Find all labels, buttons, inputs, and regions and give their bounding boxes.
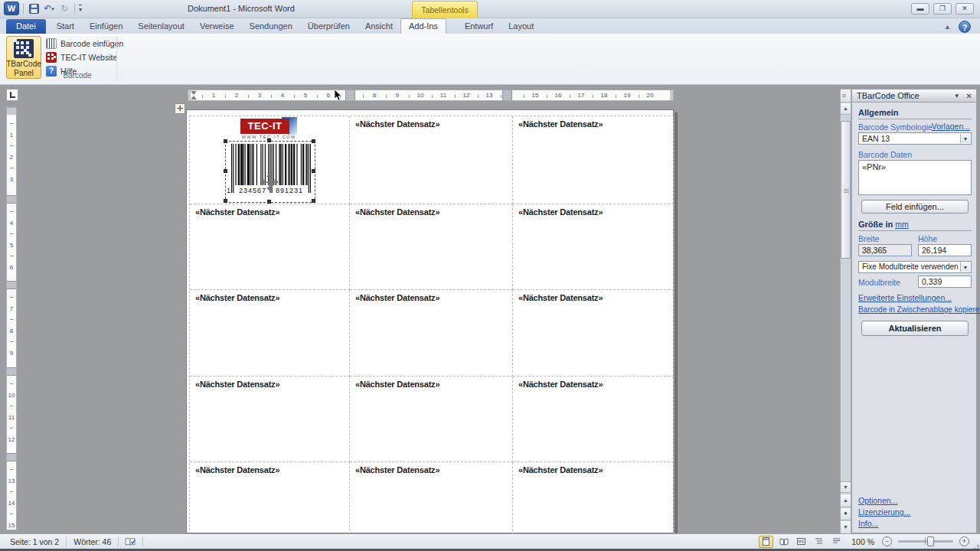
table-column-marker[interactable]	[345, 90, 355, 100]
tab-einfgen[interactable]: Einfügen	[82, 19, 130, 34]
first-line-indent-marker[interactable]	[191, 91, 197, 95]
scroll-up-arrow[interactable]: ▲	[841, 103, 851, 115]
table-cell[interactable]: «Nächster Datensatz»	[350, 116, 513, 204]
table-row-marker[interactable]	[7, 281, 16, 289]
hoehe-input[interactable]: 26,194	[918, 244, 972, 256]
tab-ansicht[interactable]: Ansicht	[358, 19, 400, 34]
selection-handle[interactable]	[312, 199, 315, 203]
table-cell[interactable]: «Nächster Datensatz»	[190, 462, 350, 535]
aktualisieren-button[interactable]: Aktualisieren	[861, 321, 969, 336]
tab-berprfen[interactable]: Überprüfen	[300, 19, 358, 34]
resize-grip[interactable]	[978, 546, 978, 546]
optionen-link[interactable]: Optionen...	[858, 496, 897, 505]
symbology-select[interactable]: EAN 13▼	[858, 132, 972, 145]
customize-qat-icon[interactable]: ▾	[79, 5, 82, 13]
table-cell[interactable]: «Nächster Datensatz»	[513, 462, 674, 535]
vorlagen-link[interactable]: Vorlagen...	[932, 122, 970, 131]
redo-icon[interactable]: ↻	[58, 2, 70, 15]
table-cell[interactable]: TEC-IT WWW.TEC-IT.COM 1 234567 891231	[190, 116, 350, 204]
table-row-marker[interactable]	[7, 195, 16, 204]
save-icon[interactable]	[28, 2, 40, 15]
table-cell[interactable]: «Nächster Datensatz»	[513, 204, 674, 290]
zoom-slider-thumb[interactable]	[927, 536, 934, 546]
modulbreite-input[interactable]: 0,339	[918, 276, 972, 288]
table-cell[interactable]: «Nächster Datensatz»	[513, 116, 674, 204]
outline-view-button[interactable]	[812, 536, 826, 548]
selection-handle[interactable]	[267, 200, 271, 204]
lizenzierung-link[interactable]: Lizenzierung...	[858, 507, 910, 517]
tbarcode-panel-button[interactable]: TBarCode Panel	[6, 36, 41, 79]
table-cell[interactable]: «Nächster Datensatz»	[190, 204, 350, 290]
info-link[interactable]: Info...	[858, 519, 878, 528]
selection-handle[interactable]	[224, 139, 227, 143]
zwischenablage-link[interactable]: Barcode in Zwischenablage kopieren	[858, 305, 980, 314]
erweiterte-einstellungen-link[interactable]: Erweiterte Einstellungen...	[858, 293, 952, 302]
table-cell[interactable]: «Nächster Datensatz»	[350, 290, 513, 377]
table-row-marker[interactable]	[7, 453, 16, 461]
table-cell[interactable]: «Nächster Datensatz»	[350, 377, 513, 462]
scrollbar-thumb[interactable]	[841, 121, 851, 259]
tab-entwurf[interactable]: Entwurf	[457, 19, 501, 34]
zoom-slider[interactable]	[898, 540, 953, 543]
tab-seitenlayout[interactable]: Seitenlayout	[130, 19, 192, 34]
tab-datei[interactable]: Datei	[6, 19, 46, 34]
pane-menu-caret-icon[interactable]: ▼	[954, 90, 960, 103]
selection-handle[interactable]	[224, 169, 227, 173]
tab-verweise[interactable]: Verweise	[192, 19, 242, 34]
draft-view-button[interactable]	[829, 536, 844, 548]
spellcheck-icon[interactable]	[119, 536, 143, 547]
table-cell[interactable]: «Nächster Datensatz»	[350, 204, 513, 290]
mm-unit-link[interactable]: mm	[895, 220, 909, 229]
tab-sendungen[interactable]: Sendungen	[242, 19, 300, 34]
zoom-out-icon[interactable]: −	[882, 536, 892, 546]
word-count[interactable]: Wörter: 46	[67, 536, 119, 547]
undo-icon[interactable]: ↶▾	[43, 2, 55, 15]
table-column-marker[interactable]	[502, 90, 512, 100]
fullscreen-reading-view-button[interactable]	[776, 536, 791, 548]
close-button[interactable]: ✕	[956, 3, 974, 15]
table-cell[interactable]: «Nächster Datensatz»	[190, 290, 350, 377]
zoom-level[interactable]: 100 %	[847, 537, 879, 546]
hanging-indent-marker[interactable]	[191, 96, 197, 99]
table-cell[interactable]: «Nächster Datensatz»	[513, 377, 674, 462]
tab-start[interactable]: Start	[49, 19, 82, 34]
tecit-website-button[interactable]: TEC-IT Website	[46, 51, 123, 64]
chevron-down-icon[interactable]: ▼	[960, 134, 970, 143]
print-layout-view-button[interactable]	[759, 536, 773, 548]
tab-stop-selector[interactable]	[6, 89, 18, 101]
barcode-data-input[interactable]: «PNr»	[858, 160, 972, 195]
vertical-scrollbar[interactable]: ▲ ▼ ▲▲ ● ▼▼	[840, 89, 851, 533]
selection-handle[interactable]	[267, 139, 271, 142]
collapse-ribbon-icon[interactable]: ▲	[944, 23, 951, 31]
breite-input[interactable]: 38,365	[858, 244, 912, 256]
previous-page-button[interactable]: ▲▲	[841, 494, 851, 507]
module-mode-select[interactable]: Fixe Modulbreite verwenden▼	[858, 261, 972, 273]
zoom-in-icon[interactable]: +	[959, 536, 969, 546]
tab-addins[interactable]: Add-Ins	[400, 18, 446, 34]
table-move-handle[interactable]: ✛	[175, 103, 185, 114]
restore-button[interactable]: ❐	[933, 3, 952, 15]
chevron-down-icon[interactable]: ▼	[960, 262, 970, 272]
selection-handle[interactable]	[312, 139, 315, 143]
table-cell[interactable]: «Nächster Datensatz»	[190, 377, 350, 462]
selection-handle[interactable]	[224, 199, 227, 203]
horizontal-ruler[interactable]: 1234568910111213151617181920	[188, 90, 674, 101]
selection-handle[interactable]	[312, 169, 315, 173]
barcode-einfuegen-button[interactable]: Barcode einfügen	[46, 37, 123, 50]
table-row-marker[interactable]	[7, 367, 16, 376]
vertical-ruler[interactable]: 123456789101112131415	[6, 107, 17, 530]
tab-layout[interactable]: Layout	[501, 19, 541, 34]
scroll-down-arrow[interactable]: ▼	[841, 481, 851, 493]
feld-einfuegen-button[interactable]: Feld einfügen...	[861, 200, 969, 214]
next-page-button[interactable]: ▼▼	[841, 521, 851, 534]
ruler-toggle-button[interactable]	[841, 90, 851, 103]
web-layout-view-button[interactable]	[794, 536, 808, 548]
barcode-object[interactable]: 1 234567 891231	[225, 141, 315, 203]
help-icon[interactable]: ?	[959, 21, 971, 33]
minimize-button[interactable]: ▬	[911, 3, 929, 15]
page-indicator[interactable]: Seite: 1 von 2	[3, 536, 67, 547]
word-logo-icon[interactable]: W	[4, 2, 19, 15]
pane-close-icon[interactable]: ✕	[966, 90, 972, 103]
table-cell[interactable]: «Nächster Datensatz»	[350, 462, 513, 535]
table-cell[interactable]: «Nächster Datensatz»	[513, 290, 674, 377]
